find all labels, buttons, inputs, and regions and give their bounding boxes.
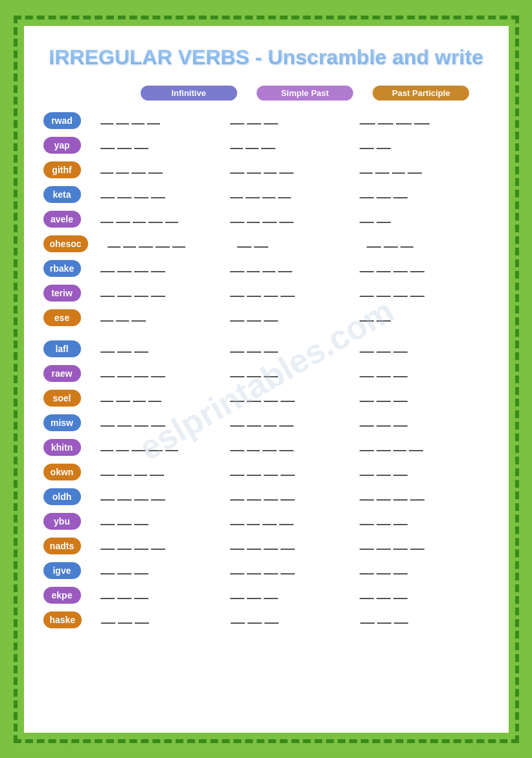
verb-row: khitn (43, 437, 489, 458)
answer-line-segment (281, 287, 295, 297)
answer-lines (100, 490, 165, 501)
answer-line-segment (230, 188, 243, 198)
answer-line-segment (376, 441, 391, 451)
answer-cell (100, 342, 217, 355)
answer-lines (100, 539, 165, 550)
answer-line-segment (360, 114, 375, 124)
answer-line-segment (409, 441, 423, 451)
answer-line-segment (117, 515, 132, 525)
answer-line-segment (264, 163, 277, 174)
answer-line-segment (376, 515, 391, 525)
answer-line-segment (132, 114, 145, 124)
answer-cell (100, 311, 217, 324)
answer-lines (360, 515, 408, 525)
answer-cell (360, 564, 476, 576)
answer-line-segment (376, 392, 391, 402)
answer-line-segment (414, 114, 430, 124)
answer-line-segment (231, 613, 245, 624)
answer-cell (360, 416, 476, 429)
answer-lines (360, 589, 408, 599)
answer-lines (360, 213, 391, 223)
answer-line-segment (116, 163, 129, 174)
answer-lines (360, 441, 423, 451)
verb-row: okwn (43, 462, 489, 482)
answer-line-segment (230, 367, 244, 377)
answer-line-segment (230, 287, 244, 297)
answer-line-segment (360, 441, 374, 451)
answer-line-segment (139, 237, 153, 248)
answer-line-segment (100, 490, 115, 501)
answer-line-segment (377, 613, 391, 624)
answer-lines (360, 416, 408, 427)
answer-line-segment (247, 515, 260, 525)
answer-line-segment (410, 287, 424, 297)
answer-line-segment (264, 367, 278, 377)
answer-cell (100, 392, 217, 404)
answer-cell (230, 441, 347, 453)
verb-row: lafl (43, 338, 489, 359)
answer-cell (360, 466, 476, 478)
answer-line-segment (148, 163, 163, 174)
answer-line-segment (360, 287, 374, 297)
answer-line-segment (100, 416, 115, 427)
verb-tag: ybu (43, 513, 81, 530)
answer-line-segment (117, 539, 132, 550)
answer-line-segment (360, 392, 374, 402)
answer-line-segment (165, 213, 178, 223)
answer-line-segment (100, 188, 115, 198)
answer-line-segment (151, 262, 165, 272)
answer-line-segment (376, 139, 391, 149)
answer-line-segment (281, 539, 295, 550)
verb-tag: soel (43, 390, 81, 407)
answer-line-segment (393, 441, 406, 451)
answer-line-segment (148, 213, 163, 223)
answer-lines (230, 114, 278, 124)
answer-line-segment (148, 392, 161, 402)
answer-line-segment (247, 564, 261, 574)
answer-line-segment (376, 490, 391, 501)
answer-line-segment (116, 441, 129, 451)
answer-line-segment (117, 188, 132, 198)
answer-lines (230, 213, 294, 223)
answer-lines (360, 163, 422, 174)
verb-tag: okwn (43, 464, 81, 480)
answer-line-segment (132, 311, 146, 322)
answer-line-segment (134, 287, 148, 297)
answer-line-segment (264, 589, 278, 599)
answer-line-segment (393, 515, 408, 525)
answer-line-segment (376, 188, 391, 198)
answer-line-segment (117, 262, 132, 272)
answer-lines (100, 441, 178, 451)
answer-cell (360, 490, 476, 503)
answer-line-segment (264, 466, 278, 476)
answer-lines (367, 237, 413, 248)
answer-line-segment (237, 237, 251, 248)
answer-line-segment (393, 392, 408, 402)
answer-line-segment (230, 262, 244, 272)
answer-line-segment (393, 262, 408, 272)
answer-line-segment (393, 589, 408, 599)
answer-lines (100, 416, 165, 427)
answer-line-segment (230, 139, 243, 149)
answer-cell (237, 237, 354, 250)
answer-lines (100, 367, 165, 377)
answer-line-segment (261, 139, 275, 149)
answer-line-segment (247, 342, 261, 353)
answer-line-segment (394, 613, 408, 624)
answer-cell (100, 466, 217, 478)
answer-lines (101, 613, 149, 624)
answer-cell (360, 539, 476, 552)
answer-cell (367, 237, 483, 250)
answer-line-segment (376, 287, 391, 297)
answer-cell (230, 188, 347, 200)
answer-lines (360, 539, 424, 550)
verb-tag: yap (43, 137, 81, 154)
answer-lines (230, 441, 294, 451)
answer-cell (230, 163, 347, 176)
answer-cell (360, 114, 476, 126)
answer-lines (100, 213, 178, 223)
verb-tag: lafl (43, 340, 81, 357)
answer-line-segment (360, 589, 374, 599)
answer-lines (360, 287, 424, 297)
answer-lines (230, 311, 278, 322)
